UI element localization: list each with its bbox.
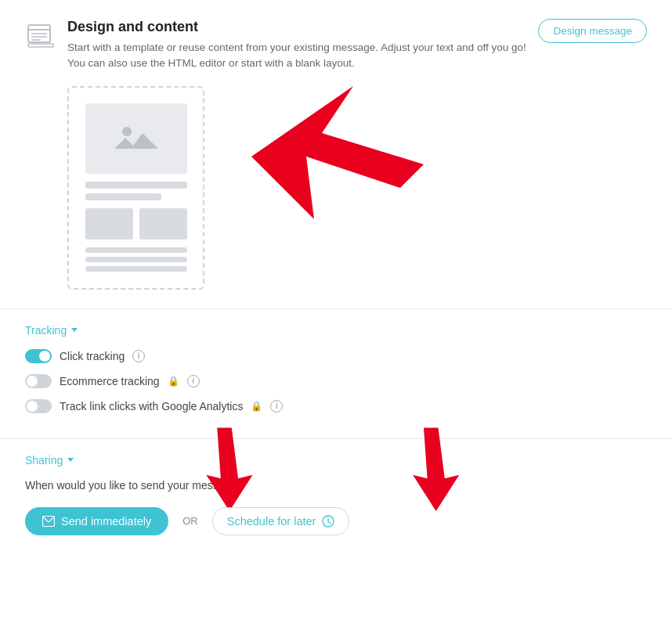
design-text-group: Design and content Start with a template… [67,19,538,72]
template-bars-top [85,182,187,200]
google-analytics-label: Track link clicks with Google Analytics [60,400,243,412]
ecommerce-tracking-label: Ecommerce tracking [60,375,160,387]
google-analytics-toggle[interactable] [25,399,52,413]
click-tracking-toggle[interactable] [25,349,52,363]
design-content-area [25,86,647,290]
schedule-clock-icon [322,515,334,528]
design-content-icon [25,20,56,52]
send-options-row: Send immediately OR Schedule for later [25,507,647,535]
tpl-col-left [85,208,133,240]
svg-rect-6 [114,121,158,157]
tracking-item-ecommerce: Ecommerce tracking 🔒 i [25,374,647,388]
design-title: Design and content [67,19,538,35]
ecommerce-info-icon[interactable]: i [187,375,200,387]
schedule-later-label: Schedule for later [227,515,316,528]
design-description: Start with a template or reuse content f… [67,40,538,72]
svg-point-7 [122,127,132,136]
svg-rect-5 [28,44,53,47]
svg-marker-9 [206,427,252,510]
google-info-icon[interactable]: i [270,400,283,412]
tpl-col-right [139,208,187,240]
template-two-col [85,208,187,240]
ecommerce-lock-icon: 🔒 [168,376,179,387]
template-placeholder [67,86,204,290]
template-image-icon [113,119,160,158]
sharing-wrapper: When would you like to send your message… [25,479,647,535]
send-immediately-label: Send immediately [61,515,151,528]
schedule-later-button[interactable]: Schedule for later [212,507,350,535]
sharing-section: Sharing When would you like to send your… [0,439,672,559]
tpl-bar-1 [85,182,187,189]
design-section-header: Design and content Start with a template… [25,19,647,72]
template-small-bars [85,247,187,272]
send-immediately-button[interactable]: Send immediately [25,507,168,535]
tpl-bar-2 [85,193,162,200]
tracking-item-click: Click tracking i [25,349,647,363]
or-divider: OR [182,515,198,527]
design-arrow-container [251,86,408,258]
click-tracking-info-icon[interactable]: i [132,350,145,362]
template-image-area [85,103,187,174]
click-tracking-label: Click tracking [60,350,125,362]
ecommerce-tracking-toggle[interactable] [25,374,52,388]
send-envelope-icon [42,516,55,527]
tpl-sbar-3 [85,266,187,272]
sharing-dropdown[interactable]: Sharing [25,454,74,466]
design-message-button[interactable]: Design message [538,19,647,43]
tracking-dropdown[interactable]: Tracking [25,324,78,337]
design-title-group: Design and content Start with a template… [25,19,538,72]
google-lock-icon: 🔒 [251,401,262,412]
tracking-item-google: Track link clicks with Google Analytics … [25,399,647,413]
design-red-arrow [251,86,424,243]
send-question-label: When would you like to send your message… [25,479,647,492]
tpl-sbar-2 [85,257,187,262]
svg-marker-8 [251,86,424,219]
svg-marker-10 [413,427,459,510]
tpl-sbar-1 [85,247,187,253]
design-content-section: Design and content Start with a template… [0,0,672,309]
tracking-section: Tracking Click tracking i Ecommerce trac… [0,309,672,439]
